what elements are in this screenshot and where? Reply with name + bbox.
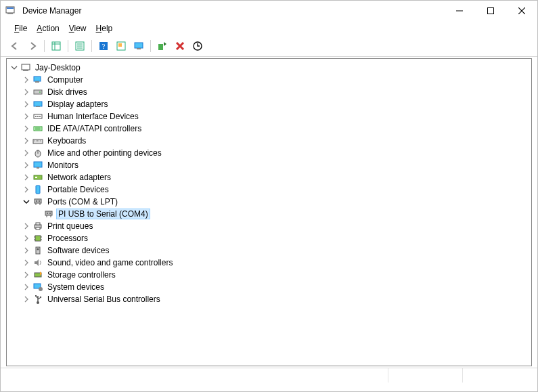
tree-node-processors[interactable]: Processors — [7, 232, 531, 244]
chevron-right-icon[interactable] — [22, 136, 31, 146]
window-title: Device Manager — [22, 6, 444, 16]
toolbar-separator — [68, 40, 68, 52]
tree-node-sound[interactable]: Sound, video and game controllers — [7, 257, 531, 269]
svg-rect-61 — [35, 236, 41, 241]
node-label: Human Interface Devices — [46, 112, 140, 121]
chevron-right-icon[interactable] — [22, 87, 31, 97]
svg-rect-47 — [36, 186, 40, 194]
tree-node-ide[interactable]: IDE ATA/ATAPI controllers — [7, 123, 531, 135]
node-label: Mice and other pointing devices — [46, 148, 163, 158]
svg-point-29 — [39, 91, 41, 93]
node-label: System devices — [46, 282, 106, 292]
svg-point-49 — [36, 200, 37, 202]
chevron-right-icon[interactable] — [22, 258, 31, 267]
svg-rect-20 — [158, 44, 163, 50]
tree-node-ports[interactable]: Ports (COM & LPT) — [7, 196, 531, 208]
svg-rect-44 — [37, 167, 39, 169]
node-label: Computer — [46, 75, 85, 85]
status-cell — [388, 368, 463, 383]
enable-device-button[interactable] — [155, 39, 170, 53]
uninstall-device-button[interactable] — [173, 39, 187, 53]
hid-icon — [32, 111, 43, 122]
monitor-icon — [32, 160, 43, 171]
chevron-right-icon[interactable] — [22, 282, 31, 292]
tree-node-diskdrives[interactable]: Disk drives — [7, 86, 531, 98]
network-icon — [32, 172, 43, 183]
minimize-button[interactable] — [444, 1, 475, 21]
device-tree[interactable]: Jay-Desktop Computer Disk drives Display… — [6, 58, 532, 366]
keyboard-icon — [32, 135, 43, 146]
app-icon — [5, 5, 16, 16]
menu-help[interactable]: Help — [92, 22, 117, 35]
tree-node-display[interactable]: Display adapters — [7, 98, 531, 110]
chevron-right-icon[interactable] — [22, 124, 31, 133]
chevron-right-icon[interactable] — [22, 270, 31, 280]
show-hidden-button[interactable] — [131, 39, 146, 53]
svg-rect-28 — [34, 90, 42, 94]
node-label: Network adapters — [46, 173, 112, 182]
menu-view[interactable]: View — [65, 22, 91, 35]
chevron-right-icon[interactable] — [22, 112, 31, 121]
menu-file[interactable]: File — [10, 22, 31, 35]
chevron-right-icon[interactable] — [22, 185, 31, 194]
window-controls — [444, 1, 537, 21]
tree-node-monitors[interactable]: Monitors — [7, 159, 531, 171]
chevron-right-icon[interactable] — [22, 295, 31, 304]
tree-node-network[interactable]: Network adapters — [7, 171, 531, 183]
scan-hardware-button[interactable] — [114, 39, 129, 53]
svg-rect-60 — [36, 227, 40, 230]
menu-action[interactable]: Action — [32, 22, 63, 35]
svg-point-35 — [39, 116, 41, 117]
chevron-right-icon[interactable] — [22, 100, 31, 109]
svg-rect-1 — [7, 13, 13, 14]
help-button[interactable]: ? — [96, 39, 111, 53]
chevron-right-icon[interactable] — [22, 234, 31, 243]
node-label: Jay-Desktop — [34, 63, 82, 72]
close-button[interactable] — [506, 1, 537, 21]
node-label: Keyboards — [46, 136, 87, 146]
chevron-right-icon[interactable] — [22, 148, 31, 158]
svg-point-33 — [35, 116, 37, 117]
maximize-button[interactable] — [475, 1, 506, 21]
tree-node-ports-child[interactable]: PI USB to Serial (COM4) — [7, 208, 531, 220]
tree-node-software[interactable]: Software devices — [7, 244, 531, 257]
show-hide-tree-button[interactable] — [49, 39, 64, 53]
svg-text:?: ? — [102, 42, 106, 50]
chevron-right-icon[interactable] — [22, 221, 31, 231]
node-label: Storage controllers — [46, 270, 117, 280]
chevron-down-icon[interactable] — [9, 63, 19, 72]
tree-node-hid[interactable]: Human Interface Devices — [7, 110, 531, 123]
chevron-right-icon[interactable] — [22, 160, 31, 170]
tree-node-keyboards[interactable]: Keyboards — [7, 135, 531, 147]
chevron-right-icon[interactable] — [22, 246, 31, 255]
properties-button[interactable] — [72, 39, 87, 53]
svg-point-74 — [40, 297, 41, 298]
tree-node-portable[interactable]: Portable Devices — [7, 183, 531, 196]
chevron-right-icon[interactable] — [22, 75, 31, 85]
tree-node-storage[interactable]: Storage controllers — [7, 269, 531, 281]
chevron-down-icon[interactable] — [22, 197, 31, 206]
usb-icon — [32, 294, 43, 305]
forward-button[interactable] — [25, 39, 40, 53]
back-button[interactable] — [7, 39, 22, 53]
update-driver-button[interactable] — [190, 39, 205, 53]
cpu-icon — [32, 233, 43, 244]
tree-node-system[interactable]: System devices — [7, 281, 531, 293]
svg-rect-43 — [34, 162, 42, 167]
svg-rect-73 — [35, 295, 37, 297]
node-label: Print queues — [46, 221, 94, 231]
tree-node-mice[interactable]: Mice and other pointing devices — [7, 147, 531, 159]
tree-root[interactable]: Jay-Desktop — [7, 62, 531, 74]
svg-point-70 — [39, 287, 43, 291]
ide-icon — [32, 123, 43, 134]
tree-node-printqueues[interactable]: Print queues — [7, 220, 531, 232]
menubar: File Action View Help — [1, 21, 537, 37]
chevron-right-icon[interactable] — [22, 173, 31, 182]
svg-rect-26 — [34, 77, 41, 81]
node-label: PI USB to Serial (COM4) — [57, 209, 150, 219]
svg-rect-31 — [36, 106, 40, 107]
software-icon — [32, 245, 43, 256]
tree-node-usb[interactable]: Universal Serial Bus controllers — [7, 293, 531, 305]
svg-rect-53 — [45, 211, 52, 215]
tree-node-computer[interactable]: Computer — [7, 74, 531, 86]
